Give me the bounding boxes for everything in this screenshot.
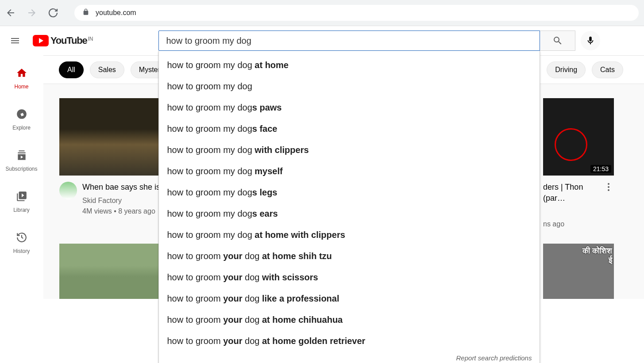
- video-card[interactable]: की कोशिश ई: [543, 244, 614, 299]
- youtube-masthead: YouTube IN how to groom my dog at homeho…: [0, 26, 644, 55]
- search-input[interactable]: [158, 31, 540, 51]
- rail-label: Subscriptions: [5, 166, 37, 172]
- library-icon: [16, 191, 27, 203]
- search-suggestions-dropdown: how to groom my dog at homehow to groom …: [158, 51, 540, 363]
- suggestion-item[interactable]: how to groom my dogs face: [159, 118, 540, 139]
- video-meta: ns ago: [543, 219, 598, 229]
- url-text: youtube.com: [96, 9, 136, 17]
- rail-item-home[interactable]: Home: [4, 60, 39, 97]
- rail-item-explore[interactable]: Explore: [4, 101, 39, 138]
- suggestion-item[interactable]: how to groom your dog like a professiona…: [159, 288, 540, 309]
- suggestion-item[interactable]: how to groom my dog at home: [159, 54, 540, 76]
- svg-point-2: [608, 186, 609, 188]
- explore-icon: [16, 108, 27, 121]
- channel-avatar[interactable]: [59, 182, 77, 199]
- forward-button[interactable]: [27, 8, 37, 18]
- lock-icon: [82, 8, 89, 17]
- youtube-play-icon: [33, 35, 49, 46]
- history-icon: [16, 232, 27, 245]
- left-rail: HomeExploreSubscriptionsLibraryHistory: [0, 55, 43, 363]
- reload-button[interactable]: [48, 8, 58, 18]
- youtube-wordmark: YouTube: [50, 35, 87, 46]
- svg-point-1: [608, 183, 609, 185]
- subscriptions-icon: [16, 149, 27, 162]
- suggestion-item[interactable]: how to groom my dogs ears: [159, 203, 540, 224]
- suggestion-item[interactable]: how to groom my dog: [159, 76, 540, 97]
- suggestion-item[interactable]: how to groom my dog at home with clipper…: [159, 224, 540, 245]
- rail-item-history[interactable]: History: [4, 224, 39, 262]
- suggestion-item[interactable]: how to groom my dog myself: [159, 160, 540, 182]
- address-bar[interactable]: youtube.com: [74, 5, 639, 21]
- video-thumbnail[interactable]: 21:53: [543, 98, 614, 176]
- rail-label: Explore: [12, 125, 31, 131]
- highlight-circle-icon: [555, 128, 587, 161]
- region-code: IN: [88, 36, 93, 42]
- video-options-button[interactable]: [603, 182, 614, 229]
- thumbnail-overlay-text: की कोशिश ई: [582, 246, 612, 265]
- filter-chip[interactable]: All: [59, 61, 84, 78]
- search-button[interactable]: [540, 31, 575, 51]
- menu-button[interactable]: [10, 35, 20, 46]
- rail-label: Home: [14, 84, 28, 90]
- voice-search-button[interactable]: [581, 31, 600, 50]
- rail-item-library[interactable]: Library: [4, 183, 39, 221]
- filter-chip[interactable]: Sales: [90, 61, 124, 78]
- rail-label: Library: [13, 207, 30, 213]
- suggestion-item[interactable]: how to groom your dog at home chihuahua: [159, 309, 540, 330]
- back-button[interactable]: [5, 8, 16, 18]
- suggestion-item[interactable]: how to groom your dog with scissors: [159, 267, 540, 288]
- suggestion-item[interactable]: how to groom my dog with clippers: [159, 139, 540, 160]
- rail-item-subscriptions[interactable]: Subscriptions: [4, 142, 39, 180]
- video-title[interactable]: ders | Thon (par…: [543, 182, 598, 204]
- suggestion-item[interactable]: how to groom my dogs legs: [159, 182, 540, 203]
- browser-toolbar: youtube.com: [0, 0, 644, 26]
- video-card[interactable]: 21:53 ders | Thon (par… ns ago: [543, 98, 614, 229]
- suggestion-item[interactable]: how to groom your dog at home golden ret…: [159, 330, 540, 352]
- suggestion-item[interactable]: how to groom my dogs paws: [159, 97, 540, 118]
- video-thumbnail[interactable]: की कोशिश ई: [543, 244, 614, 299]
- home-icon: [16, 67, 27, 80]
- filter-chip[interactable]: Cats: [592, 61, 623, 78]
- video-duration: 21:53: [590, 165, 611, 173]
- filter-chip[interactable]: Driving: [547, 61, 586, 78]
- suggestion-item[interactable]: how to groom your dog at home shih tzu: [159, 245, 540, 267]
- report-predictions-link[interactable]: Report search predictions: [159, 352, 540, 363]
- svg-point-3: [608, 189, 609, 191]
- rail-label: History: [13, 248, 30, 254]
- youtube-logo[interactable]: YouTube: [33, 35, 87, 46]
